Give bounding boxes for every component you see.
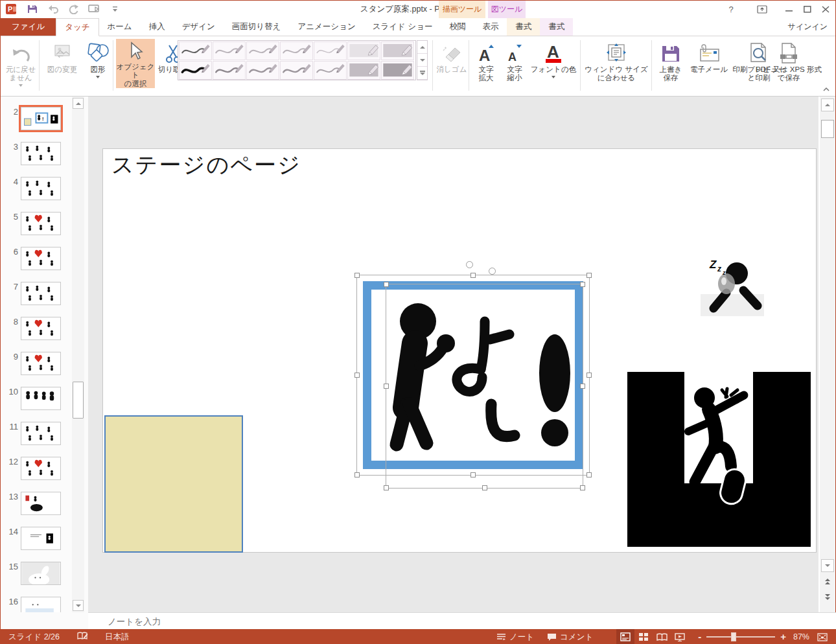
- zoom-percentage[interactable]: 87%: [786, 632, 813, 641]
- resize-handle[interactable]: [384, 282, 389, 287]
- resize-handle[interactable]: [586, 273, 592, 278]
- slide-thumbnail-preview[interactable]: [21, 457, 61, 480]
- tab-insert[interactable]: 挿入: [141, 18, 174, 36]
- email-button[interactable]: 電子メール: [688, 39, 730, 74]
- tab-animations[interactable]: アニメーション: [289, 18, 364, 36]
- notes-pane[interactable]: ノートを入力: [88, 612, 836, 629]
- resize-handle[interactable]: [470, 273, 476, 278]
- slide-thumbnail-preview[interactable]: [21, 597, 61, 612]
- maximize-button[interactable]: [798, 1, 817, 17]
- pen-style-14-highlighter[interactable]: [381, 61, 414, 80]
- resize-handle[interactable]: [354, 472, 360, 477]
- slide-thumbnail-preview[interactable]: [21, 282, 61, 305]
- tab-touch[interactable]: タッチ: [56, 18, 99, 36]
- resize-handle[interactable]: [482, 485, 487, 490]
- tab-view[interactable]: 表示: [474, 18, 507, 36]
- fit-slide-to-window-button[interactable]: [813, 629, 831, 644]
- collapse-ribbon-icon[interactable]: [822, 86, 830, 93]
- undo-button[interactable]: 元に戻せ ません: [5, 39, 37, 87]
- pen-style-1-pen[interactable]: [179, 41, 212, 60]
- tab-review[interactable]: 校閲: [441, 18, 474, 36]
- slide-thumbnail-preview[interactable]: [21, 422, 61, 445]
- notes-toggle-button[interactable]: ノート: [490, 629, 540, 644]
- slide-thumbnail-preview[interactable]: [21, 527, 61, 550]
- pen-style-13-highlighter[interactable]: [347, 61, 380, 80]
- pen-style-8-pen[interactable]: [179, 61, 212, 80]
- grow-font-button[interactable]: A 文字 拡大: [472, 39, 500, 82]
- slide-thumbnail-preview[interactable]: [21, 142, 61, 165]
- slide-thumbnail-preview[interactable]: [21, 562, 61, 585]
- ribbon-display-options-button[interactable]: [752, 1, 772, 17]
- tab-draw-format[interactable]: 書式: [507, 18, 540, 36]
- pen-style-11-pen[interactable]: [280, 61, 313, 80]
- tab-design[interactable]: デザイン: [174, 18, 224, 36]
- slide-thumbnail-preview[interactable]: [21, 317, 61, 340]
- tab-slideshow[interactable]: スライド ショー: [364, 18, 441, 36]
- pen-style-7-highlighter[interactable]: [381, 41, 414, 60]
- slide-thumbnail-preview[interactable]: [21, 387, 61, 410]
- redo-icon[interactable]: [67, 2, 81, 16]
- slide-thumbnail-preview[interactable]: [21, 247, 61, 270]
- select-objects-button[interactable]: オブジェクト の選択: [116, 39, 155, 88]
- slideshow-view-button[interactable]: [671, 629, 689, 644]
- sleeping-figure-image[interactable]: Z z z: [701, 257, 764, 316]
- pen-style-4-pen[interactable]: [280, 41, 313, 60]
- resize-handle[interactable]: [580, 384, 585, 389]
- fit-to-window-button[interactable]: ウィンドウ サイズ に合わせる: [584, 39, 649, 82]
- help-button[interactable]: ?: [721, 1, 741, 17]
- scroll-down-icon[interactable]: [821, 559, 834, 572]
- pen-style-6-highlighter[interactable]: [347, 41, 380, 60]
- resize-handle[interactable]: [354, 273, 360, 278]
- tab-file[interactable]: ファイル: [1, 18, 56, 36]
- gallery-scroll-up-icon[interactable]: [417, 41, 427, 54]
- pen-style-3-pen[interactable]: [246, 41, 279, 60]
- pdf-xps-button[interactable]: PDF 又は XPS 形式 で保存: [751, 39, 826, 82]
- zoom-in-button[interactable]: +: [780, 630, 786, 644]
- minimize-button[interactable]: [780, 1, 799, 17]
- rotate-handle-icon[interactable]: [489, 268, 496, 275]
- pen-style-5-pen[interactable]: [314, 41, 347, 60]
- resize-handle[interactable]: [384, 485, 389, 490]
- tab-transitions[interactable]: 画面切り替え: [224, 18, 290, 36]
- tab-picture-format[interactable]: 書式: [540, 18, 573, 36]
- resize-handle[interactable]: [580, 282, 585, 287]
- eraser-button[interactable]: 消しゴム: [436, 39, 467, 74]
- resize-handle[interactable]: [586, 373, 592, 378]
- main-vertical-scrollbar[interactable]: [820, 97, 835, 612]
- thumbnail-scrollbar[interactable]: [72, 97, 84, 612]
- close-button[interactable]: [816, 1, 835, 17]
- slide-thumbnail-preview[interactable]: [21, 352, 61, 375]
- gallery-more-icon[interactable]: [417, 67, 427, 80]
- pen-style-2-pen[interactable]: [213, 41, 246, 60]
- comments-toggle-button[interactable]: コメント: [540, 629, 599, 644]
- sign-in-link[interactable]: サインイン: [788, 18, 835, 36]
- reading-view-button[interactable]: [653, 629, 671, 644]
- rotate-handle-icon[interactable]: [466, 261, 473, 268]
- previous-slide-button[interactable]: [822, 576, 833, 586]
- thumbnail-scroll-up-icon[interactable]: [73, 98, 84, 109]
- change-picture-button[interactable]: 図の変更: [42, 39, 82, 74]
- font-color-button[interactable]: A フォントの色: [529, 39, 577, 78]
- slide-title-text[interactable]: ステージのページ: [111, 150, 301, 180]
- scroll-up-icon[interactable]: [821, 98, 834, 111]
- zoom-out-button[interactable]: -: [698, 630, 701, 644]
- thumbnail-scroll-down-icon[interactable]: [73, 600, 84, 611]
- thumbnail-scrollbar-thumb[interactable]: [73, 382, 84, 419]
- proofing-icon[interactable]: [76, 632, 88, 643]
- gallery-scroll-down-icon[interactable]: [417, 54, 427, 67]
- resize-handle[interactable]: [354, 373, 360, 378]
- slide-editing-surface[interactable]: ステージのページ: [102, 148, 817, 553]
- tab-home[interactable]: ホーム: [99, 18, 141, 36]
- zoom-slider-thumb[interactable]: [731, 632, 736, 641]
- resize-handle[interactable]: [384, 384, 389, 389]
- notes-placeholder[interactable]: ノートを入力: [108, 616, 161, 628]
- slide-thumbnail-preview[interactable]: !: [21, 107, 61, 130]
- slide-thumbnail-preview[interactable]: [21, 492, 61, 515]
- customize-qat-icon[interactable]: [108, 2, 122, 16]
- door-kick-image[interactable]: [627, 372, 811, 547]
- slide-thumbnail-preview[interactable]: [21, 177, 61, 200]
- pen-style-9-pen[interactable]: [213, 61, 246, 80]
- zoom-slider[interactable]: [706, 636, 775, 638]
- resize-handle[interactable]: [586, 472, 592, 477]
- pen-style-10-pen[interactable]: [246, 61, 279, 80]
